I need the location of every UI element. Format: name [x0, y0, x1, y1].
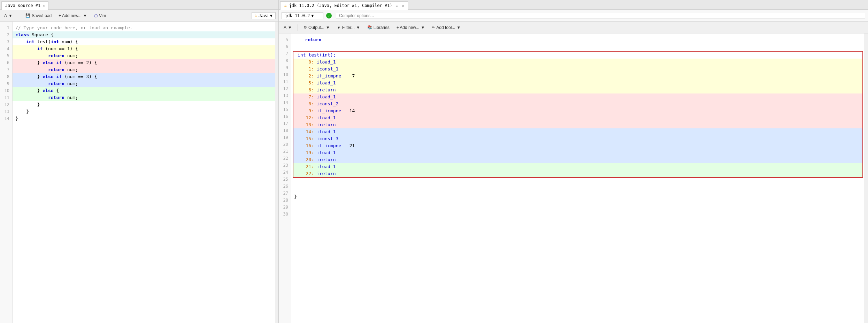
code-line-8: } else if (num == 3) { — [13, 73, 275, 80]
right-tab-close[interactable]: ✕ — [402, 4, 404, 8]
left-tab-bar: Java source #1 ✕ — [0, 0, 278, 10]
filter-button[interactable]: ▼ Filter...▼ — [335, 24, 362, 31]
code-line-14: } — [13, 115, 275, 122]
code-line-6: } else if (num == 2) { — [13, 59, 275, 66]
code-line-4: if (num == 1) { — [13, 45, 275, 52]
right-scrollbar[interactable] — [865, 33, 868, 323]
code-line-10: } else { — [13, 87, 275, 94]
jdk-version-label: jdk 11.0.2 — [285, 13, 310, 18]
right-separator-1 — [298, 24, 298, 31]
bytecode-line-24: 22: ireturn — [293, 170, 862, 177]
bytecode-line-19: 15: iconst_3 — [293, 135, 862, 142]
code-line-7: return num; — [13, 66, 275, 73]
code-line-2: class Square { — [13, 31, 275, 38]
bytecode-line-23: 21: iload_1 — [293, 163, 862, 170]
bytecode-line-13: 7: iload_1 — [293, 93, 862, 100]
right-tab-label: jdk 11.0.2 (Java, Editor #1, Compiler #1… — [289, 3, 392, 8]
right-panel: ☕ jdk 11.0.2 (Java, Editor #1, Compiler … — [279, 0, 868, 323]
edit-icon[interactable]: ✏ — [396, 3, 398, 8]
right-line-after-3: } — [291, 193, 865, 200]
code-line-3: int test(int num) { — [13, 38, 275, 45]
bytecode-line-22: 20: ireturn — [293, 156, 862, 163]
left-panel: Java source #1 ✕ A▼ 💾 Save/Load + Add ne… — [0, 0, 279, 323]
left-tab[interactable]: Java source #1 ✕ — [1, 1, 48, 10]
right-line-6 — [291, 43, 865, 50]
right-tab[interactable]: ☕ jdk 11.0.2 (Java, Editor #1, Compiler … — [280, 1, 408, 10]
bytecode-line-12: 6: ireturn — [293, 87, 862, 93]
code-line-5: return num; — [13, 52, 275, 59]
jdk-selector[interactable]: jdk 11.0.2 ▼ — [282, 12, 323, 19]
right-font-button[interactable]: A▼ — [282, 24, 294, 31]
bytecode-line-9: 1: iconst_1 — [293, 66, 862, 73]
right-toolbar: A▼ ⚙ Output...▼ ▼ Filter...▼ 📚 Libraries… — [279, 22, 868, 33]
bytecode-line-15: 9: if_icmpne 14 — [293, 107, 862, 114]
code-line-9: return num; — [13, 80, 275, 87]
left-code-area[interactable]: // Type your code here, or load an examp… — [13, 22, 275, 323]
bytecode-line-10: 2: if_icmpne 7 — [293, 73, 862, 80]
left-editor: 12345 678910 11121314 // Type your code … — [0, 22, 278, 323]
code-line-13: } — [13, 108, 275, 115]
code-line-1: // Type your code here, or load an examp… — [13, 24, 275, 31]
bytecode-line-21: 19: iload_1 — [293, 149, 862, 156]
left-line-numbers: 12345 678910 11121314 — [0, 22, 13, 323]
separator-1 — [19, 13, 19, 19]
right-editor: 5 6 7 8 9 10 11 12 13 14 15 16 17 18 19 … — [279, 33, 868, 323]
compiler-options-input[interactable] — [336, 13, 865, 18]
code-line-11: return num; — [13, 94, 275, 101]
code-line-12: } — [13, 101, 275, 108]
font-button[interactable]: A▼ — [3, 13, 14, 19]
bytecode-box: int test(int); 0: iload_1 1: iconst_1 2:… — [293, 51, 863, 178]
right-code-area[interactable]: return int test(int); 0: iload_1 — [291, 33, 865, 323]
bytecode-line-17: 13: ireturn — [293, 121, 862, 128]
left-toolbar: A▼ 💾 Save/Load + Add new...▼ ⬡ Vim ☕ Jav… — [0, 10, 278, 22]
right-line-5: return — [291, 36, 865, 43]
output-button[interactable]: ⚙ Output...▼ — [301, 24, 332, 31]
left-tab-close[interactable]: ✕ — [43, 4, 45, 8]
right-add-new-button[interactable]: + Add new...▼ — [394, 24, 427, 31]
bytecode-line-11: 5: iload_1 — [293, 80, 862, 87]
bytecode-line-14: 8: iconst_2 — [293, 100, 862, 107]
status-indicator: ✓ — [326, 13, 332, 18]
bytecode-line-16: 12: iload_1 — [293, 114, 862, 121]
language-selector[interactable]: ☕ Java ▼ — [252, 12, 276, 19]
bytecode-line-18: 14: iload_1 — [293, 128, 862, 135]
libraries-button[interactable]: 📚 Libraries — [365, 24, 392, 31]
vim-button[interactable]: ⬡ Vim — [93, 13, 107, 19]
right-line-numbers: 5 6 7 8 9 10 11 12 13 14 15 16 17 18 19 … — [279, 33, 291, 323]
bytecode-line-20: 16: if_icmpne 21 — [293, 142, 862, 149]
right-line-after-1 — [291, 179, 865, 186]
bytecode-header: int test(int); — [293, 52, 862, 59]
java-icon: ☕ — [284, 3, 287, 8]
left-tab-label: Java source #1 — [5, 3, 40, 8]
right-line-after-2 — [291, 186, 865, 193]
add-new-button[interactable]: + Add new...▼ — [57, 13, 89, 19]
right-tab-bar: ☕ jdk 11.0.2 (Java, Editor #1, Compiler … — [279, 0, 868, 10]
save-load-button[interactable]: 💾 Save/Load — [24, 13, 53, 19]
bytecode-line-8: 0: iload_1 — [293, 59, 862, 66]
add-tool-button[interactable]: ✏ Add tool...▼ — [430, 24, 463, 31]
left-scrollbar[interactable] — [275, 22, 278, 323]
